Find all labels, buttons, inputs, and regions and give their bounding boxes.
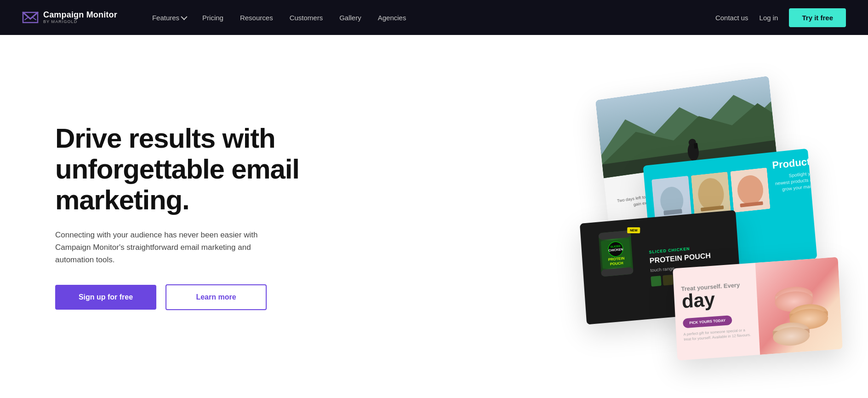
products-subtitle: Spotlight your newest products and grow … [773, 169, 817, 200]
try-free-button[interactable]: Try it free [789, 8, 846, 27]
nav-links: Features Pricing Resources Customers Gal… [145, 10, 715, 25]
login-link[interactable]: Log in [760, 14, 778, 22]
hero-visual: GROUNDED Your mountain is waiting! Two d… [537, 83, 868, 350]
protein-product-area: SLICED CHICKEN PROTEIN POUCH NEW [587, 225, 648, 317]
macarons-text: Treat yourself. Every day PICK YOURS TOD… [673, 263, 760, 360]
nav-right: Contact us Log in Try it free [715, 8, 846, 27]
products-title: Products [771, 155, 816, 171]
macarons-cta: PICK YOURS TODAY [683, 315, 732, 328]
nav-gallery[interactable]: Gallery [332, 10, 369, 25]
hero-section: Drive results with unforgettable email m… [0, 35, 868, 398]
svg-text:POUCH: POUCH [610, 261, 624, 266]
signup-button[interactable]: Sign up for free [55, 285, 156, 310]
hero-title: Drive results with unforgettable email m… [55, 123, 313, 216]
logo-link[interactable]: Campaign Monitor by MARIGOLD [22, 11, 117, 24]
nav-resources[interactable]: Resources [233, 10, 280, 25]
email-cards: GROUNDED Your mountain is waiting! Two d… [537, 83, 868, 350]
logo-icon [22, 12, 39, 23]
brand-name: Campaign Monitor [43, 11, 117, 20]
macarons-image [755, 257, 843, 354]
svg-rect-6 [694, 143, 698, 149]
macarons-body: A perfect gift for someone special or a … [683, 327, 752, 342]
chevron-down-icon [181, 14, 187, 20]
hero-content: Drive results with unforgettable email m… [55, 123, 313, 310]
nav-pricing[interactable]: Pricing [195, 10, 231, 25]
macarons-headline: Treat yourself. Every day [681, 281, 750, 311]
nav-customers[interactable]: Customers [282, 10, 331, 25]
nav-features[interactable]: Features [145, 10, 193, 25]
contact-link[interactable]: Contact us [715, 14, 748, 22]
hero-buttons: Sign up for free Learn more [55, 284, 313, 310]
brand-sub: by MARIGOLD [43, 20, 117, 24]
hero-subtitle: Connecting with your audience has never … [55, 229, 276, 266]
nav-agencies[interactable]: Agencies [371, 10, 414, 25]
learn-more-button[interactable]: Learn more [166, 284, 267, 310]
email-card-macarons: Treat yourself. Every day PICK YOURS TOD… [673, 257, 843, 360]
logo-text: Campaign Monitor by MARIGOLD [43, 11, 117, 24]
navbar: Campaign Monitor by MARIGOLD Features Pr… [0, 0, 868, 35]
